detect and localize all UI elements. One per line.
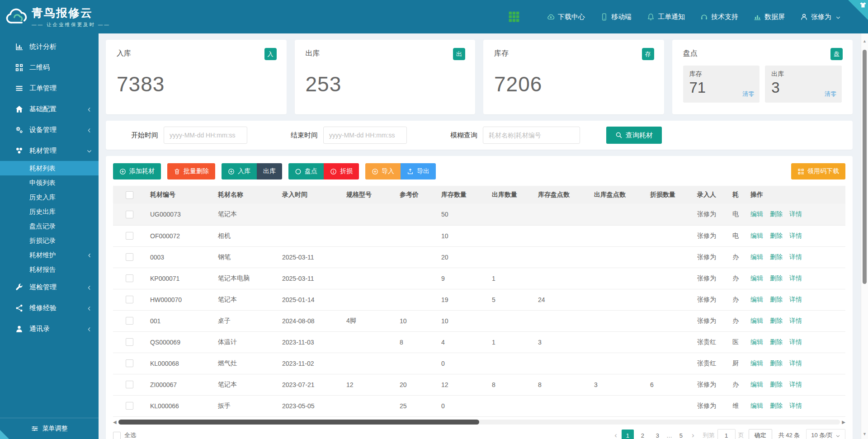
edit-link[interactable]: 编辑	[750, 381, 763, 388]
scroll-right-arrow-icon[interactable]: ▶	[842, 420, 845, 425]
sidebar-item-耗材管理[interactable]: 耗材管理	[0, 140, 99, 161]
page-button[interactable]: 2	[637, 430, 649, 439]
scroll-down-arrow-icon[interactable]: ▼	[861, 432, 868, 436]
edit-link[interactable]: 编辑	[750, 317, 763, 324]
edit-link[interactable]: 编辑	[750, 296, 763, 303]
delete-link[interactable]: 删除	[770, 253, 783, 260]
detail-link[interactable]: 详情	[789, 296, 802, 303]
export-button[interactable]: 导出	[401, 163, 436, 179]
row-checkbox[interactable]	[126, 317, 133, 325]
row-checkbox[interactable]	[126, 253, 133, 261]
detail-link[interactable]: 详情	[789, 338, 802, 345]
edit-link[interactable]: 编辑	[750, 402, 763, 409]
search-consumables-button[interactable]: 查询耗材	[606, 127, 662, 144]
sidebar-item-维修经验[interactable]: 维修经验	[0, 297, 99, 318]
goto-confirm-button[interactable]: 确定	[749, 429, 772, 439]
edit-link[interactable]: 编辑	[750, 359, 763, 367]
user-menu[interactable]: 张修为	[800, 13, 841, 21]
goto-page-input[interactable]	[717, 429, 736, 439]
sidebar-subitem-历史入库[interactable]: 历史入库	[0, 190, 99, 204]
delete-link[interactable]: 删除	[770, 210, 783, 217]
stock-in-button[interactable]: 入库	[222, 163, 257, 179]
edit-link[interactable]: 编辑	[750, 253, 763, 260]
select-all-header-checkbox[interactable]	[126, 191, 133, 199]
row-checkbox[interactable]	[126, 381, 133, 388]
detail-link[interactable]: 详情	[789, 210, 802, 217]
delete-link[interactable]: 删除	[770, 381, 783, 388]
edit-link[interactable]: 编辑	[750, 338, 763, 345]
scroll-left-arrow-icon[interactable]: ◀	[113, 420, 117, 425]
detail-link[interactable]: 详情	[789, 359, 802, 367]
sidebar-subitem-耗材维护[interactable]: 耗材维护	[0, 248, 99, 262]
damage-button[interactable]: 折损	[324, 163, 359, 179]
row-checkbox[interactable]	[126, 211, 133, 218]
row-checkbox[interactable]	[126, 338, 133, 346]
edit-link[interactable]: 编辑	[750, 210, 763, 217]
pickup-code-download-button[interactable]: 领用码下载	[791, 163, 845, 179]
prev-page-button[interactable]: ‹	[611, 431, 620, 439]
horizontal-scroll-track[interactable]	[118, 420, 840, 425]
sidebar-subitem-耗材列表[interactable]: 耗材列表	[0, 161, 99, 175]
row-checkbox[interactable]	[126, 296, 133, 303]
sidebar-subitem-盘点记录[interactable]: 盘点记录	[0, 219, 99, 233]
nav-item[interactable]: 移动端	[600, 13, 632, 21]
vertical-scrollbar[interactable]: ▲ ▼	[861, 33, 868, 439]
nav-item[interactable]: 工单通知	[647, 13, 685, 21]
select-all-checkbox[interactable]	[113, 432, 121, 439]
edit-link[interactable]: 编辑	[750, 274, 763, 282]
nav-item[interactable]: 数据屏	[754, 13, 785, 21]
sidebar-item-工单管理[interactable]: 工单管理	[0, 78, 99, 99]
stock-out-button[interactable]: 出库	[257, 163, 282, 179]
sidebar-item-通讯录[interactable]: 通讯录	[0, 318, 99, 339]
start-time-input[interactable]	[164, 127, 247, 144]
delete-link[interactable]: 删除	[770, 232, 783, 239]
sidebar-item-二维码[interactable]: 二维码	[0, 57, 99, 78]
detail-link[interactable]: 详情	[789, 402, 802, 409]
stocktake-button[interactable]: 盘点	[288, 163, 324, 179]
fuzzy-search-input[interactable]	[483, 127, 580, 144]
next-page-button[interactable]: ›	[689, 431, 698, 439]
batch-delete-button[interactable]: 批量删除	[167, 163, 215, 179]
sidebar-subitem-耗材报告[interactable]: 耗材报告	[0, 262, 99, 277]
page-button[interactable]: 5	[675, 430, 687, 439]
sidebar-item-统计分析[interactable]: 统计分析	[0, 36, 99, 57]
theme-skin-corner[interactable]	[848, 0, 868, 20]
detail-link[interactable]: 详情	[789, 253, 802, 260]
detail-link[interactable]: 详情	[789, 232, 802, 239]
row-checkbox[interactable]	[126, 359, 133, 367]
delete-link[interactable]: 删除	[770, 274, 783, 282]
row-checkbox[interactable]	[126, 274, 133, 282]
clear-stock-link[interactable]: 清零	[742, 90, 754, 98]
nav-item[interactable]: 技术支持	[700, 13, 738, 21]
page-size-select[interactable]: 10 条/页	[806, 429, 845, 439]
clear-out-link[interactable]: 清零	[825, 90, 836, 98]
sidebar-item-基础配置[interactable]: 基础配置	[0, 99, 99, 119]
delete-link[interactable]: 删除	[770, 296, 783, 303]
row-checkbox[interactable]	[126, 232, 133, 240]
menu-adjust-button[interactable]: 菜单调整	[0, 418, 99, 439]
sidebar-item-巡检管理[interactable]: 巡检管理	[0, 277, 99, 297]
scroll-up-arrow-icon[interactable]: ▲	[861, 39, 868, 43]
vertical-scroll-thumb[interactable]	[863, 50, 867, 284]
sidebar-subitem-申领列表[interactable]: 申领列表	[0, 175, 99, 190]
delete-link[interactable]: 删除	[770, 317, 783, 324]
page-button[interactable]: 1	[622, 430, 634, 439]
delete-link[interactable]: 删除	[770, 402, 783, 409]
delete-link[interactable]: 删除	[770, 338, 783, 345]
detail-link[interactable]: 详情	[789, 274, 802, 282]
import-button[interactable]: 导入	[365, 163, 401, 179]
row-checkbox[interactable]	[126, 402, 133, 410]
apps-grid-icon[interactable]	[508, 11, 520, 23]
detail-link[interactable]: 详情	[789, 317, 802, 324]
edit-link[interactable]: 编辑	[750, 232, 763, 239]
sidebar-subitem-历史出库[interactable]: 历史出库	[0, 204, 99, 219]
end-time-input[interactable]	[323, 127, 407, 144]
horizontal-scroll-thumb[interactable]	[118, 420, 479, 425]
sidebar-subitem-折损记录[interactable]: 折损记录	[0, 233, 99, 248]
delete-link[interactable]: 删除	[770, 359, 783, 367]
add-consumable-button[interactable]: 添加耗材	[113, 163, 161, 179]
page-button[interactable]: 3	[651, 430, 664, 439]
sidebar-item-设备管理[interactable]: 设备管理	[0, 119, 99, 140]
nav-item[interactable]: 下载中心	[547, 13, 585, 21]
detail-link[interactable]: 详情	[789, 381, 802, 388]
